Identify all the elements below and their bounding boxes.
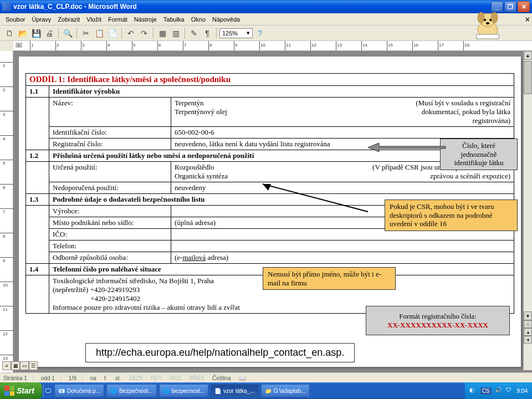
row-1.3-num: 1.3: [26, 194, 49, 206]
status-line: ř.: [104, 375, 108, 381]
scroll-up-icon[interactable]: ▲: [524, 51, 532, 60]
close-document-button[interactable]: ×: [525, 15, 530, 24]
undo-icon[interactable]: ↶: [125, 27, 137, 39]
status-zazn[interactable]: ZÁZN: [129, 375, 143, 381]
callout-csr-descriptors: Pokud je CSR, mohou být i ve tvaru deskr…: [385, 200, 518, 231]
menu-napoveda[interactable]: Nápověda: [209, 15, 243, 24]
row-1.1-label: Identifikátor výrobku: [49, 86, 514, 98]
use-val-1: Rozpouštědlo: [175, 163, 228, 172]
taskbar: Start 🖵 📧Doručená p... 🌐Bezpečnost... 🌐b…: [0, 382, 532, 399]
tray-lang[interactable]: CS: [480, 387, 492, 395]
print-icon[interactable]: 🖨: [43, 27, 55, 39]
separator: [216, 28, 217, 39]
open-icon[interactable]: 📂: [17, 27, 29, 39]
name-note: (Musí být v souladu s registrační dokume…: [383, 99, 510, 125]
id-val: 650-002-00-6: [171, 127, 514, 139]
row-1.4-num: 1.4: [26, 264, 49, 275]
name-label: Název:: [49, 98, 171, 127]
status-book-icon[interactable]: 📖: [239, 375, 245, 381]
status-roz[interactable]: ROZ: [170, 375, 182, 381]
tel-label: Telefon:: [49, 241, 171, 252]
tray-volume-icon[interactable]: 🔊: [495, 387, 503, 395]
tray-icon-1[interactable]: ◐: [469, 387, 477, 395]
redo-icon[interactable]: ↷: [138, 27, 150, 39]
next-page-icon[interactable]: ▾: [524, 336, 532, 344]
section-1-header: ODDÍL 1: Identifikace látky/směsi a spol…: [26, 74, 514, 86]
columns-icon[interactable]: ▥: [170, 27, 182, 39]
reg-format-label: Formát registračního čísla:: [372, 312, 504, 321]
outline-view-icon[interactable]: ☰: [29, 361, 38, 370]
status-col: sl.: [115, 375, 121, 381]
system-tray: ◐ CS 🔊 🛡 9:04: [465, 382, 532, 399]
status-rev[interactable]: REV: [151, 375, 162, 381]
menu-okno[interactable]: Okno: [188, 15, 209, 24]
help-icon[interactable]: ?: [254, 27, 266, 39]
web-view-icon[interactable]: ▦: [11, 361, 20, 370]
ruler-vertical[interactable]: 12345678910111213: [0, 51, 13, 372]
save-icon[interactable]: 💾: [30, 27, 42, 39]
menu-vlozit[interactable]: Vložit: [83, 15, 105, 24]
table-icon[interactable]: ▦: [156, 27, 168, 39]
search-icon[interactable]: 🔍: [62, 27, 74, 39]
paper[interactable]: ODDÍL 1: Identifikace látky/směsi a spol…: [19, 57, 521, 367]
status-page: Stránka 1: [3, 375, 33, 381]
document-area: 12345678910111213 ODDÍL 1: Identifikace …: [0, 51, 532, 372]
paragraph-icon[interactable]: ¶: [201, 27, 213, 39]
paste-icon[interactable]: 📄: [106, 27, 119, 39]
menubar: Soubor Úpravy Zobrazit Vložit Formát Nás…: [0, 13, 532, 25]
page-viewport: ODDÍL 1: Identifikace látky/směsi a spol…: [13, 51, 532, 372]
new-icon[interactable]: 🗋: [3, 27, 16, 39]
status-pres[interactable]: PŘES: [190, 375, 204, 381]
ruler-horizontal[interactable]: L 123456789101112131415161718: [13, 41, 532, 51]
tray-clock[interactable]: 9:04: [517, 388, 528, 394]
copy-icon[interactable]: 📋: [93, 27, 105, 39]
statusbar: Stránka 1 odd 1 1/9 na ř. sl. ZÁZN REV R…: [0, 372, 532, 383]
use-label: Určená použití:: [49, 162, 171, 182]
svg-point-3: [491, 12, 498, 23]
quicklaunch-desktop-icon[interactable]: 🖵: [43, 384, 52, 397]
svg-point-5: [489, 19, 492, 21]
cut-icon[interactable]: ✂: [80, 27, 92, 39]
status-section: odd 1: [41, 375, 61, 381]
zoom-combo[interactable]: 125%▾: [219, 28, 253, 38]
tray-shield-icon[interactable]: 🛡: [506, 387, 514, 395]
misto-label: Místo podnikání nebo sídlo:: [49, 217, 171, 229]
task-word[interactable]: 📄vzor látka_...: [211, 384, 259, 397]
word-app-icon: [2, 2, 11, 11]
scroll-thumb[interactable]: [524, 61, 532, 94]
browse-object-icon[interactable]: ○: [524, 320, 532, 328]
office-assistant-dog-icon[interactable]: [471, 8, 504, 41]
vyrobce-label: Výrobce:: [49, 206, 171, 217]
menu-upravy[interactable]: Úpravy: [28, 15, 54, 24]
scrollbar-vertical[interactable]: ▲ ▼ ○ ▴ ▾: [523, 51, 532, 370]
task-ie-1[interactable]: 🌐Bezpečnost...: [106, 384, 157, 397]
status-lang: Čeština: [212, 375, 231, 381]
svg-point-2: [478, 12, 484, 23]
scroll-down-icon[interactable]: ▼: [524, 311, 532, 320]
reg-format-value: XX-XXXXXXXXXX-XX-XXXX: [372, 321, 504, 330]
status-pages: 1/9: [69, 375, 83, 381]
row-1.2-num: 1.2: [26, 150, 49, 162]
menu-nastroje[interactable]: Nástroje: [131, 15, 160, 24]
restore-button[interactable]: ❐: [504, 1, 516, 12]
print-view-icon[interactable]: ▭: [20, 361, 29, 370]
task-outlook[interactable]: 📧Doručená p...: [54, 384, 104, 397]
separator: [121, 28, 122, 39]
windows-logo-icon: [4, 386, 14, 396]
menu-format[interactable]: Formát: [105, 15, 131, 24]
task-ie-2[interactable]: 🌐bezpecnost...: [159, 384, 208, 397]
close-button[interactable]: ✕: [518, 1, 530, 12]
drawing-icon[interactable]: ✎: [188, 27, 200, 39]
status-at: na: [90, 375, 96, 381]
ico-label: IČO:: [49, 229, 171, 241]
menu-zobrazit[interactable]: Zobrazit: [54, 15, 83, 24]
task-explorer[interactable]: 📁G:\adaptab...: [261, 384, 310, 397]
prev-page-icon[interactable]: ▴: [524, 328, 532, 336]
normal-view-icon[interactable]: ≡: [2, 361, 11, 370]
menu-soubor[interactable]: Soubor: [2, 15, 28, 24]
menu-tabulka[interactable]: Tabulka: [160, 15, 188, 24]
callout-id-number: Číslo, které jednoznačně identifikuje lá…: [440, 139, 518, 170]
start-button[interactable]: Start: [0, 382, 42, 399]
separator: [76, 28, 77, 39]
svg-point-4: [484, 19, 486, 21]
